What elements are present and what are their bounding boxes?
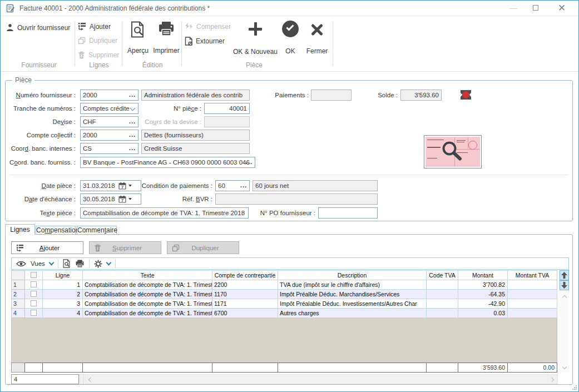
browse-dots-icon[interactable]: ...	[128, 143, 137, 152]
cell-description[interactable]: Autres charges	[278, 309, 427, 318]
checkbox-icon[interactable]	[31, 272, 37, 278]
cell-compte[interactable]: 1170	[212, 290, 278, 299]
chevron-down-icon[interactable]	[48, 260, 54, 266]
row-number[interactable]: 1	[11, 280, 25, 290]
cell-compte[interactable]: 6700	[212, 309, 278, 318]
cell-code-tva[interactable]	[427, 299, 458, 309]
header-ligne[interactable]: Ligne	[43, 270, 83, 280]
cell-description[interactable]: Impôt Préalble Déduc. Marchandises/Servi…	[278, 290, 427, 299]
add-line-button[interactable]: Ajouter	[78, 22, 111, 31]
header-select-all[interactable]	[25, 270, 43, 280]
scroll-left-icon[interactable]	[85, 375, 95, 384]
table-row[interactable]: 1 1 Comptabilisation de décompte de TVA:…	[11, 280, 557, 290]
table-row[interactable]: 3 3 Comptabilisation de décompte de TVA:…	[11, 299, 557, 309]
cell-montant[interactable]: 3'700.82	[458, 280, 508, 290]
grid-preview-icon[interactable]	[63, 259, 71, 268]
header-texte[interactable]: Texte	[83, 270, 212, 280]
print-button[interactable]: Imprimer	[153, 21, 180, 38]
maximize-icon[interactable]	[526, 1, 545, 16]
payment-terms-field[interactable]: 60...	[215, 180, 250, 191]
cell-texte[interactable]: Comptabilisation de décompte de TVA: 1. …	[83, 280, 212, 290]
views-label[interactable]: Vues	[31, 260, 45, 267]
chevron-down-icon[interactable]	[106, 260, 111, 266]
browse-dots-icon[interactable]: ...	[245, 157, 254, 166]
cell-ligne[interactable]: 2	[43, 290, 83, 299]
gear-icon[interactable]	[94, 260, 102, 268]
header-description[interactable]: Description	[278, 270, 427, 280]
check-circle-icon	[282, 21, 299, 37]
cell-code-tva[interactable]	[427, 280, 458, 290]
checkbox-icon[interactable]	[31, 281, 37, 287]
grid-print-icon[interactable]	[75, 260, 85, 268]
cell-ligne[interactable]: 4	[43, 309, 83, 318]
cell-montant[interactable]: 0.03	[458, 309, 508, 318]
collective-account-field[interactable]: 2000...	[80, 130, 138, 141]
cell-texte[interactable]: Comptabilisation de décompte de TVA: 1. …	[83, 290, 212, 299]
cell-code-tva[interactable]	[427, 290, 458, 299]
row-select-cell[interactable]	[25, 299, 43, 309]
po-number-field[interactable]	[318, 207, 378, 219]
close-window-button[interactable]: Fermer	[305, 23, 329, 38]
cell-montant-tva[interactable]	[508, 309, 557, 318]
cell-ligne[interactable]: 1	[43, 280, 83, 290]
scroll-right-icon[interactable]	[548, 375, 557, 384]
scroll-down-icon[interactable]	[560, 363, 569, 373]
ok-button[interactable]: OK	[280, 21, 300, 39]
row-select-cell[interactable]	[25, 309, 43, 318]
resize-grip[interactable]	[572, 385, 577, 390]
header-compte[interactable]: Compte de contrepartie	[212, 270, 278, 280]
horizontal-scrollbar[interactable]	[85, 374, 558, 384]
open-supplier-button[interactable]: Ouvrir fournisseur	[6, 23, 70, 32]
tab-compensations[interactable]: Compensations	[36, 226, 76, 234]
internal-bank-field[interactable]: CS...	[80, 143, 138, 154]
cell-code-tva[interactable]	[427, 309, 458, 318]
cell-montant-tva[interactable]	[508, 280, 557, 290]
browse-dots-icon[interactable]: ...	[239, 181, 248, 190]
cell-ligne[interactable]: 3	[43, 299, 83, 309]
payment-slip-thumbnail[interactable]	[424, 135, 482, 168]
cell-description[interactable]: Impôt Préalable Déduc. Investissements/A…	[278, 299, 427, 309]
vertical-scrollbar[interactable]	[560, 291, 569, 373]
add-row-button[interactable]: Ajouter	[11, 241, 83, 254]
cell-compte[interactable]: 1171	[212, 299, 278, 309]
cell-texte[interactable]: Comptabilisation de décompte de TVA: 1. …	[83, 309, 212, 318]
reverse-button[interactable]: Extourner	[185, 37, 225, 46]
totals-gutter	[11, 363, 25, 373]
pane-splitter-handle[interactable]	[79, 374, 84, 384]
tab-lignes[interactable]: Lignes	[5, 224, 35, 235]
checkbox-icon[interactable]	[31, 300, 37, 306]
cell-montant-tva[interactable]	[508, 290, 557, 299]
record-count-field[interactable]: 4	[11, 374, 79, 384]
move-row-down-button[interactable]	[560, 280, 569, 290]
toolbar-separator	[58, 259, 58, 268]
header-montant[interactable]: Montant	[458, 270, 508, 280]
browse-dots-icon[interactable]: ...	[128, 90, 137, 99]
row-select-cell[interactable]	[25, 280, 43, 290]
header-montant-tva[interactable]: Montant TVA	[508, 270, 557, 280]
cell-description[interactable]: TVA due (impôt sur le chiffre d'affaires…	[278, 280, 427, 290]
move-row-up-button[interactable]	[560, 270, 569, 280]
supplier-number-field[interactable]: 2000...	[80, 90, 138, 101]
table-row[interactable]: 4 4 Comptabilisation de décompte de TVA:…	[11, 309, 557, 318]
checkbox-icon[interactable]	[31, 291, 37, 297]
row-number[interactable]: 4	[11, 309, 25, 318]
row-select-cell[interactable]	[25, 290, 43, 299]
browse-dots-icon[interactable]: ...	[128, 130, 137, 139]
header-code-tva[interactable]: Code TVA	[427, 270, 458, 280]
tab-commentaire[interactable]: Commentaire	[77, 226, 117, 234]
cell-texte[interactable]: Comptabilisation de décompte de TVA: 1. …	[83, 299, 212, 309]
table-row[interactable]: 2 2 Comptabilisation de décompte de TVA:…	[11, 290, 557, 299]
document-number-field[interactable]: 40001	[204, 103, 250, 114]
supplier-bank-field[interactable]: BV Banque - PostFinance AG - CH63 0900 0…	[80, 157, 255, 168]
close-icon[interactable]: ✕	[552, 1, 571, 16]
ok-new-button[interactable]: OK & Nouveau	[233, 22, 278, 37]
row-number[interactable]: 3	[11, 299, 25, 309]
scroll-up-icon[interactable]	[560, 292, 569, 301]
cell-montant[interactable]: -64.35	[458, 290, 508, 299]
cell-montant-tva[interactable]	[508, 299, 557, 309]
row-number[interactable]: 2	[11, 290, 25, 299]
cell-compte[interactable]: 2200	[212, 280, 278, 290]
preview-button[interactable]: Aperçu	[125, 21, 151, 39]
checkbox-icon[interactable]	[31, 310, 37, 316]
cell-montant[interactable]: -42.90	[458, 299, 508, 309]
